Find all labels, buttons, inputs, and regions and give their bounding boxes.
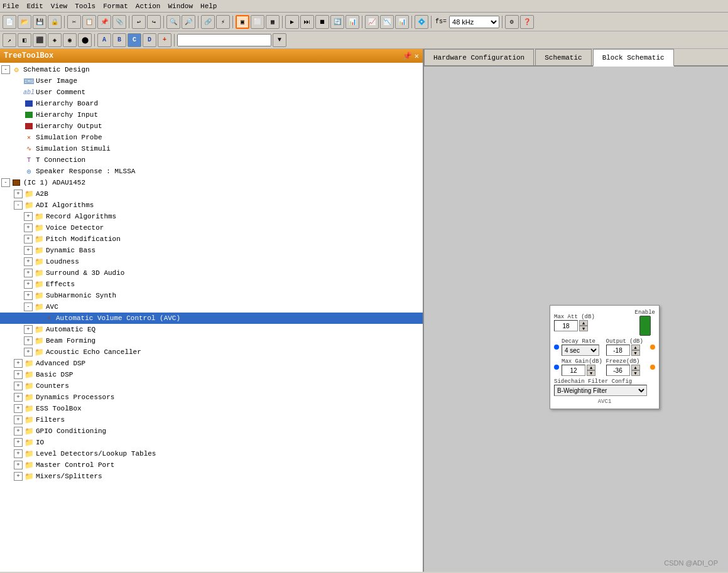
tree-item-mixers-splitters[interactable]: +📁Mixers/Splitters [0, 471, 423, 482]
tb2-btn5[interactable]: ◉ [63, 33, 77, 47]
expander-+[interactable]: + [24, 325, 33, 334]
tree-item-t-connection[interactable]: TT Connection [0, 154, 423, 166]
tree-item-hierarchy-input[interactable]: Hierarchy Input [0, 109, 423, 120]
tree-item-schematic-design[interactable]: -⚙Schematic Design [0, 64, 423, 75]
tb-btn4[interactable]: 🔒 [48, 15, 62, 29]
expander-+[interactable]: + [14, 461, 23, 469]
expander-+[interactable]: + [14, 393, 23, 402]
tb2-dropdown[interactable]: ▼ [273, 33, 286, 47]
menu-view[interactable]: View [51, 3, 67, 10]
expander-+[interactable]: + [24, 291, 33, 300]
tb2-search[interactable] [177, 34, 271, 46]
expander-+[interactable]: + [14, 370, 23, 379]
tree-item-level-detectors[interactable]: +📁Level Detectors/Lookup Tables [0, 448, 423, 459]
tb-graph2[interactable]: 📉 [380, 15, 394, 29]
tree-pin-icon[interactable]: 📌 [403, 51, 412, 61]
tb2-D[interactable]: D [143, 33, 156, 47]
tb-run5[interactable]: 📊 [345, 15, 359, 29]
tree-close-icon[interactable]: ✕ [415, 51, 419, 61]
tree-item-beam-forming[interactable]: +📁Beam Forming [0, 335, 423, 346]
tb-zoom1[interactable]: 🔍 [166, 15, 180, 29]
menu-tools[interactable]: Tools [75, 3, 95, 10]
tree-item-hierarchy-board[interactable]: Hierarchy Board [0, 98, 423, 109]
tb-select3[interactable]: ▦ [266, 15, 280, 29]
tb-paste2[interactable]: 📎 [112, 15, 126, 29]
tb2-btn1[interactable]: ↗ [3, 33, 16, 47]
tb-run3[interactable]: ⏹ [315, 15, 329, 29]
expander-+[interactable]: + [24, 235, 33, 244]
tree-item-master-control-port[interactable]: +📁Master Control Port [0, 459, 423, 471]
expander--[interactable]: - [24, 303, 33, 311]
tb-select2[interactable]: ⬜ [251, 15, 264, 29]
tree-item-ic1[interactable]: -(IC 1) ADAU1452 [0, 177, 423, 188]
tb-redo[interactable]: ↪ [147, 15, 161, 29]
expander-+[interactable]: + [14, 438, 23, 447]
tree-item-filters[interactable]: +📁Filters [0, 414, 423, 426]
avc-maxatt-up[interactable]: ▲ [579, 320, 588, 326]
menu-file[interactable]: File [3, 3, 19, 10]
tree-item-gpio-conditioning[interactable]: +📁GPIO Conditioning [0, 426, 423, 437]
avc-sidechain-select[interactable]: B-Weighting Filter A-Weighting Filter No… [554, 385, 647, 396]
tb-graph1[interactable]: 📈 [365, 15, 379, 29]
tb-cut[interactable]: ✂ [67, 15, 81, 29]
tb2-btn6[interactable]: ⬤ [78, 33, 92, 47]
tb2-btn4[interactable]: ◈ [48, 33, 62, 47]
tree-item-advanced-dsp[interactable]: +📁Advanced DSP [0, 358, 423, 369]
menu-action[interactable]: Action [136, 3, 161, 10]
expander-+[interactable]: + [14, 472, 23, 481]
tree-item-avc-parent[interactable]: -📁AVC [0, 301, 423, 313]
tree-item-adi-algorithms[interactable]: -📁ADI Algorithms [0, 200, 423, 211]
tree-body[interactable]: -⚙Schematic DesignIMGUser ImageablUser C… [0, 63, 423, 572]
tree-item-simulation-stimuli[interactable]: ∿Simulation Stimuli [0, 143, 423, 154]
menu-help[interactable]: Help [200, 3, 217, 10]
avc-output-down[interactable]: ▼ [631, 350, 640, 356]
expander-+[interactable]: + [24, 223, 33, 232]
tb-select1[interactable]: ▣ [236, 15, 249, 29]
tb-paste[interactable]: 📌 [97, 15, 111, 29]
menu-format[interactable]: Format [103, 3, 128, 10]
tb-run4[interactable]: 🔄 [330, 15, 344, 29]
avc-output-up[interactable]: ▲ [631, 345, 640, 350]
avc-freeze-up[interactable]: ▲ [631, 365, 640, 370]
tb2-btn2[interactable]: ◧ [18, 33, 31, 47]
avc-output-input[interactable] [606, 345, 630, 356]
tree-item-acoustic-echo[interactable]: +📁Acoustic Echo Canceller [0, 346, 423, 358]
avc-gain-input[interactable] [562, 365, 585, 376]
tree-item-automatic-eq[interactable]: +📁Automatic EQ [0, 324, 423, 335]
tab-block-schematic[interactable]: Block Schematic [593, 49, 674, 67]
tab-schematic[interactable]: Schematic [535, 49, 591, 65]
tree-item-dynamics-processors[interactable]: +📁Dynamics Processors [0, 392, 423, 403]
tree-item-counters[interactable]: +📁Counters [0, 380, 423, 392]
expander-+[interactable]: + [14, 415, 23, 424]
tb-open[interactable]: 📂 [18, 15, 31, 29]
expander-+[interactable]: + [24, 269, 33, 277]
tb-run1[interactable]: ▶ [285, 15, 299, 29]
tb2-C[interactable]: C [128, 33, 141, 47]
tree-item-voice-detector[interactable]: +📁Voice Detector [0, 222, 423, 233]
avc-gain-up[interactable]: ▲ [587, 365, 595, 370]
freq-select[interactable]: 48 kHz 44.1 kHz 96 kHz [449, 16, 499, 28]
tb-zoom2[interactable]: 🔎 [182, 15, 195, 29]
tree-item-avc-control[interactable]: ⚡Automatic Volume Control (AVC) [0, 313, 423, 324]
tree-item-surround-3d[interactable]: +📁Surround & 3D Audio [0, 267, 423, 279]
menu-window[interactable]: Window [168, 3, 193, 10]
expander-+[interactable]: + [14, 382, 23, 390]
avc-gain-down[interactable]: ▼ [587, 370, 595, 376]
avc-maxatt-down[interactable]: ▼ [579, 326, 588, 331]
tree-item-user-image[interactable]: IMGUser Image [0, 75, 423, 87]
expander-+[interactable]: + [24, 257, 33, 266]
expander--[interactable]: - [14, 201, 23, 210]
tree-item-subharmonic-synth[interactable]: +📁SubHarmonic Synth [0, 290, 423, 301]
tree-item-speaker-response[interactable]: ◎Speaker Response : MLSSA [0, 166, 423, 177]
avc-enable-toggle[interactable] [639, 316, 651, 336]
tab-hardware-config[interactable]: Hardware Configuration [424, 49, 534, 65]
tree-item-basic-dsp[interactable]: +📁Basic DSP [0, 369, 423, 380]
tree-item-record-algorithms[interactable]: +📁Record Algorithms [0, 211, 423, 222]
tb2-plus[interactable]: + [158, 33, 171, 47]
expander-+[interactable]: + [14, 427, 23, 436]
tb-graph3[interactable]: 📊 [395, 15, 409, 29]
tb-new[interactable]: 📄 [3, 15, 16, 29]
menu-edit[interactable]: Edit [26, 3, 43, 10]
expander-+[interactable]: + [14, 449, 23, 458]
tb-undo[interactable]: ↩ [132, 15, 146, 29]
